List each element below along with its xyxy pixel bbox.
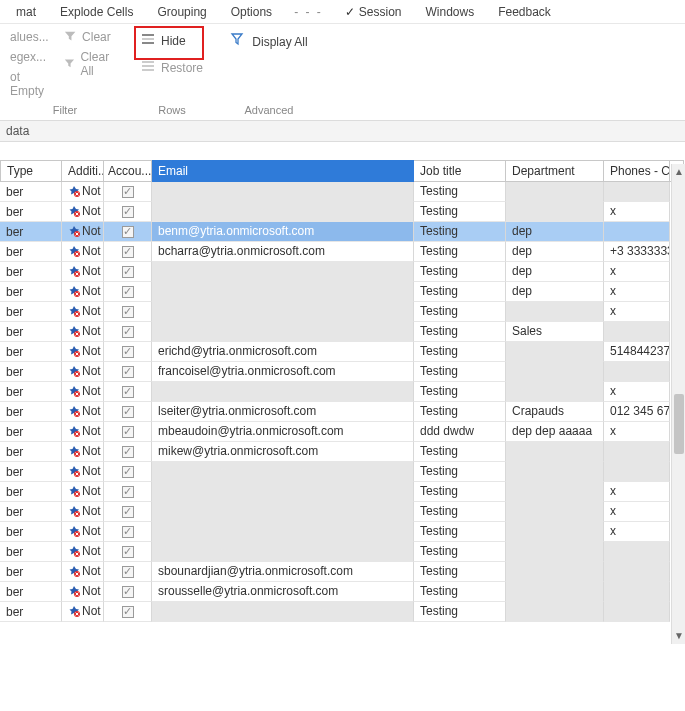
table-row[interactable]: berNot l✓Testingx — [0, 502, 685, 522]
cell-account-enabled[interactable]: ✓ — [104, 402, 152, 422]
cell-email — [152, 182, 414, 202]
ribbon-group-rows: Hide Restore Rows — [130, 24, 214, 120]
restore-rows-button[interactable]: Restore — [131, 55, 213, 80]
cell-account-enabled[interactable]: ✓ — [104, 442, 152, 462]
cell-account-enabled[interactable]: ✓ — [104, 422, 152, 442]
table-row[interactable]: berNot l✓TestingSales — [0, 322, 685, 342]
ribbon: alues... egex... ot Empty Clear Clear Al… — [0, 24, 685, 120]
menu-windows[interactable]: Windows — [413, 2, 486, 22]
cell-account-enabled[interactable]: ✓ — [104, 282, 152, 302]
ribbon-group-advanced: Display All Advanced — [214, 24, 324, 120]
col-header-additional[interactable]: Additi... — [62, 160, 104, 182]
col-header-phones[interactable]: Phones - C — [604, 160, 670, 182]
clear-all-filter-button[interactable]: Clear All — [60, 48, 124, 80]
cell-type: ber — [0, 442, 62, 462]
checkbox-icon: ✓ — [122, 566, 134, 578]
table-row[interactable]: berNot l✓Testingdepx — [0, 282, 685, 302]
clear-filter-button[interactable]: Clear — [60, 28, 115, 46]
cell-account-enabled[interactable]: ✓ — [104, 262, 152, 282]
cell-job-title: Testing — [414, 202, 506, 222]
scroll-up-arrow[interactable]: ▲ — [674, 166, 684, 178]
menu-options[interactable]: Options — [219, 2, 284, 22]
not-licensed-icon — [68, 585, 80, 597]
checkbox-icon: ✓ — [122, 286, 134, 298]
table-row[interactable]: berNot l✓Testingx — [0, 482, 685, 502]
filter-not-empty-button[interactable]: ot Empty — [6, 68, 56, 100]
cell-account-enabled[interactable]: ✓ — [104, 302, 152, 322]
table-row[interactable]: berNot l✓Testing — [0, 182, 685, 202]
cell-account-enabled[interactable]: ✓ — [104, 482, 152, 502]
not-licensed-label: Not l — [82, 444, 104, 458]
cell-additional: Not l — [62, 582, 104, 602]
table-row[interactable]: berNot l✓srousselle@ytria.onmicrosoft.co… — [0, 582, 685, 602]
cell-additional: Not l — [62, 482, 104, 502]
cell-phone: x — [604, 502, 670, 522]
restore-icon — [141, 59, 155, 76]
col-header-account[interactable]: Accou... — [104, 160, 152, 182]
cell-account-enabled[interactable]: ✓ — [104, 602, 152, 622]
menu-explode-cells[interactable]: Explode Cells — [48, 2, 145, 22]
cell-department — [506, 182, 604, 202]
cell-account-enabled[interactable]: ✓ — [104, 222, 152, 242]
cell-account-enabled[interactable]: ✓ — [104, 242, 152, 262]
cell-account-enabled[interactable]: ✓ — [104, 382, 152, 402]
cell-account-enabled[interactable]: ✓ — [104, 502, 152, 522]
checkbox-icon: ✓ — [122, 546, 134, 558]
scroll-down-arrow[interactable]: ▼ — [674, 630, 684, 642]
table-row[interactable]: berNot l✓Testingx — [0, 302, 685, 322]
table-row[interactable]: berNot l✓Testingx — [0, 202, 685, 222]
cell-additional: Not l — [62, 182, 104, 202]
svg-rect-2 — [142, 42, 154, 44]
filter-regex-button[interactable]: egex... — [6, 48, 56, 66]
cell-job-title: Testing — [414, 302, 506, 322]
table-row[interactable]: berNot l✓Testing — [0, 542, 685, 562]
table-row[interactable]: berNot l✓Testing — [0, 602, 685, 622]
display-all-button[interactable]: Display All — [222, 28, 315, 55]
vertical-scrollbar[interactable]: ▲ ▼ — [671, 164, 685, 644]
col-header-type[interactable]: Type — [0, 160, 62, 182]
table-row[interactable]: berNot l✓erichd@ytria.onmicrosoft.comTes… — [0, 342, 685, 362]
cell-account-enabled[interactable]: ✓ — [104, 542, 152, 562]
menu-session[interactable]: Session — [333, 2, 414, 22]
cell-account-enabled[interactable]: ✓ — [104, 342, 152, 362]
menu-grouping[interactable]: Grouping — [145, 2, 218, 22]
checkbox-icon: ✓ — [122, 486, 134, 498]
hide-rows-button[interactable]: Hide — [131, 28, 213, 53]
table-row[interactable]: berNot l✓mikew@ytria.onmicrosoft.comTest… — [0, 442, 685, 462]
col-header-job-title[interactable]: Job title — [414, 160, 506, 182]
cell-account-enabled[interactable]: ✓ — [104, 322, 152, 342]
cell-account-enabled[interactable]: ✓ — [104, 362, 152, 382]
menu-format[interactable]: mat — [4, 2, 48, 22]
cell-additional: Not l — [62, 462, 104, 482]
filter-values-button[interactable]: alues... — [6, 28, 56, 46]
col-header-department[interactable]: Department — [506, 160, 604, 182]
cell-job-title: Testing — [414, 542, 506, 562]
cell-account-enabled[interactable]: ✓ — [104, 182, 152, 202]
table-row[interactable]: berNot l✓lseiter@ytria.onmicrosoft.comTe… — [0, 402, 685, 422]
cell-email — [152, 542, 414, 562]
cell-account-enabled[interactable]: ✓ — [104, 202, 152, 222]
table-row[interactable]: berNot l✓Testingx — [0, 382, 685, 402]
not-licensed-label: Not l — [82, 484, 104, 498]
cell-account-enabled[interactable]: ✓ — [104, 562, 152, 582]
cell-phone — [604, 582, 670, 602]
menu-feedback[interactable]: Feedback — [486, 2, 563, 22]
svg-rect-3 — [142, 61, 154, 63]
table-row[interactable]: berNot l✓Testingdepx — [0, 262, 685, 282]
not-licensed-label: Not l — [82, 464, 104, 478]
data-tab[interactable]: data — [0, 120, 685, 142]
table-row[interactable]: berNot l✓sbounardjian@ytria.onmicrosoft.… — [0, 562, 685, 582]
table-row[interactable]: berNot l✓Testingx — [0, 522, 685, 542]
table-row[interactable]: berNot l✓francoisel@ytria.onmicrosoft.co… — [0, 362, 685, 382]
table-row[interactable]: berNot l✓mbeaudoin@ytria.onmicrosoft.com… — [0, 422, 685, 442]
table-row[interactable]: berNot l✓Testing — [0, 462, 685, 482]
scroll-thumb[interactable] — [674, 394, 684, 454]
cell-account-enabled[interactable]: ✓ — [104, 582, 152, 602]
svg-rect-4 — [142, 65, 154, 67]
table-row[interactable]: berNot l✓bcharra@ytria.onmicrosoft.comTe… — [0, 242, 685, 262]
col-header-email[interactable]: Email — [152, 160, 414, 182]
cell-department — [506, 522, 604, 542]
cell-account-enabled[interactable]: ✓ — [104, 522, 152, 542]
table-row[interactable]: berNot l✓benm@ytria.onmicrosoft.comTesti… — [0, 222, 685, 242]
cell-account-enabled[interactable]: ✓ — [104, 462, 152, 482]
